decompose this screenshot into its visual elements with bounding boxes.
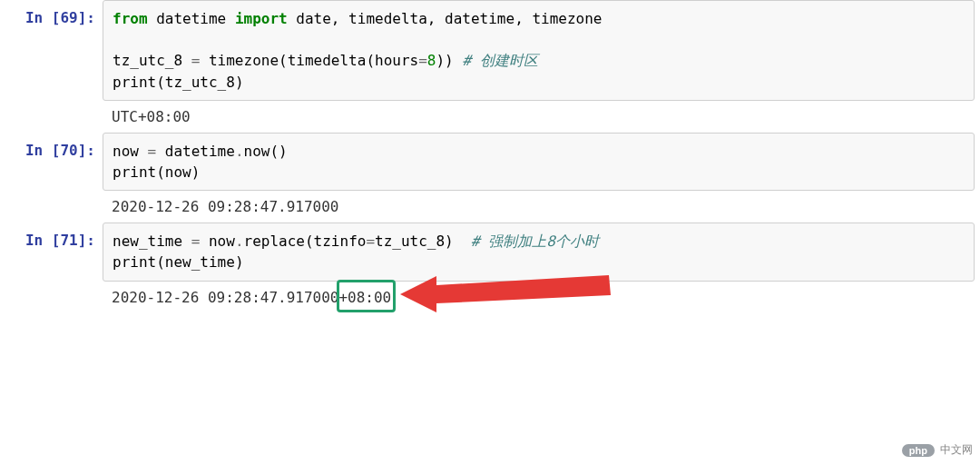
output-prefix: 2020-12-26 09:28:47.917000 (112, 289, 338, 306)
call-timezone: timezone (209, 52, 279, 69)
paren: ( (305, 232, 314, 250)
dot: . (235, 232, 244, 250)
comment: # 强制加上8个小时 (471, 232, 599, 250)
eq-op: = (366, 232, 375, 250)
paren: ( (156, 74, 165, 91)
code-input-70[interactable]: now = datetime.now() print(now) (103, 133, 975, 191)
import-names: date, timedelta, datetime, timezone (296, 10, 602, 27)
svg-marker-0 (400, 275, 611, 312)
code-line[interactable]: now = datetime.now() (113, 141, 965, 162)
paren: ) (191, 163, 201, 181)
output-prompt-spacer (0, 194, 103, 203)
code-input-69[interactable]: from datetime import date, timedelta, da… (103, 0, 975, 101)
output-text-69: UTC+08:00 (103, 104, 980, 133)
code-cell-70: In [70]: now = datetime.now() print(now) (0, 133, 980, 191)
input-prompt-70: In [70]: (0, 133, 103, 159)
obj-now: now (209, 232, 235, 250)
assign-op: = (139, 143, 165, 160)
arg: new_time (165, 253, 235, 271)
footer-site: 中文网 (940, 442, 973, 458)
param-hours: hours (375, 52, 418, 69)
code-line[interactable]: print(now) (113, 162, 965, 183)
paren: ) (235, 253, 244, 271)
arg: tz_utc_8 (375, 232, 445, 250)
output-text-70: 2020-12-26 09:28:47.917000 (103, 194, 980, 223)
assign-op: = (182, 52, 209, 69)
code-line[interactable]: tz_utc_8 = timezone(timedelta(hours=8)) … (113, 50, 965, 71)
footer-logo: php (902, 444, 935, 457)
param-tzinfo: tzinfo (314, 232, 367, 250)
paren: ( (366, 52, 375, 69)
meth-replace: replace (244, 232, 305, 250)
dot: . (235, 143, 244, 160)
close-paren: ) (445, 232, 454, 250)
space (454, 232, 471, 250)
module-name: datetime (156, 10, 226, 27)
output-cell-70: 2020-12-26 09:28:47.917000 (0, 194, 980, 223)
output-cell-69: UTC+08:00 (0, 104, 980, 133)
paren: ( (156, 163, 165, 181)
builtin-print: print (113, 163, 156, 181)
code-cell-69: In [69]: from datetime import date, time… (0, 0, 980, 101)
paren: ) (235, 74, 244, 91)
parens: () (270, 143, 287, 160)
code-line[interactable]: print(new_time) (113, 252, 965, 272)
output-text-71: 2020-12-26 09:28:47.917000+08:00 (103, 285, 980, 365)
arg: tz_utc_8 (165, 74, 235, 91)
output-cell-71: 2020-12-26 09:28:47.917000+08:00 (0, 285, 980, 365)
space (454, 52, 463, 69)
output-prompt-spacer (0, 104, 103, 114)
keyword-import: import (235, 10, 288, 27)
arg: now (165, 163, 191, 181)
paren: ( (279, 52, 288, 69)
arrow-icon (400, 272, 636, 316)
eq-op: = (418, 52, 427, 69)
obj-datetime: datetime (165, 143, 235, 160)
close-parens: )) (436, 52, 453, 69)
comment: # 创建时区 (462, 52, 537, 69)
code-line[interactable]: from datetime import date, timedelta, da… (113, 8, 965, 29)
code-line[interactable]: print(tz_utc_8) (113, 72, 965, 93)
keyword-from: from (113, 10, 148, 27)
var-new-time: new_time (113, 232, 182, 250)
builtin-print: print (113, 74, 156, 91)
output-prompt-spacer (0, 285, 103, 294)
call-timedelta: timedelta (288, 52, 367, 69)
highlight-box (337, 280, 396, 312)
var-now: now (113, 143, 139, 160)
code-line[interactable]: new_time = now.replace(tzinfo=tz_utc_8) … (113, 231, 965, 252)
var-name: tz_utc_8 (113, 52, 182, 69)
assign-op: = (182, 232, 209, 250)
input-prompt-71: In [71]: (0, 223, 103, 249)
footer-watermark: php 中文网 (902, 442, 973, 458)
meth-now: now (244, 143, 270, 160)
builtin-print: print (113, 253, 156, 271)
input-prompt-69: In [69]: (0, 0, 103, 26)
paren: ( (156, 253, 165, 271)
blank-line[interactable] (113, 29, 965, 50)
